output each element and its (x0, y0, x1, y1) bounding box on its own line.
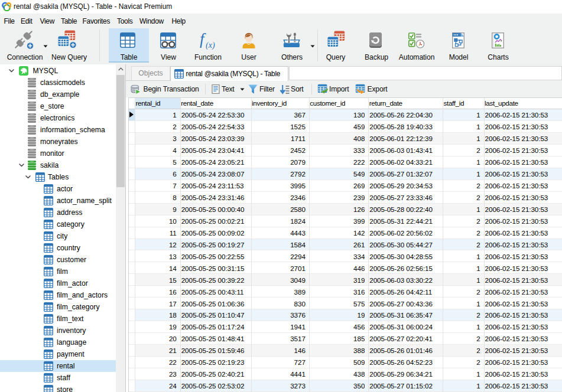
svg-text:(x): (x) (206, 41, 215, 50)
